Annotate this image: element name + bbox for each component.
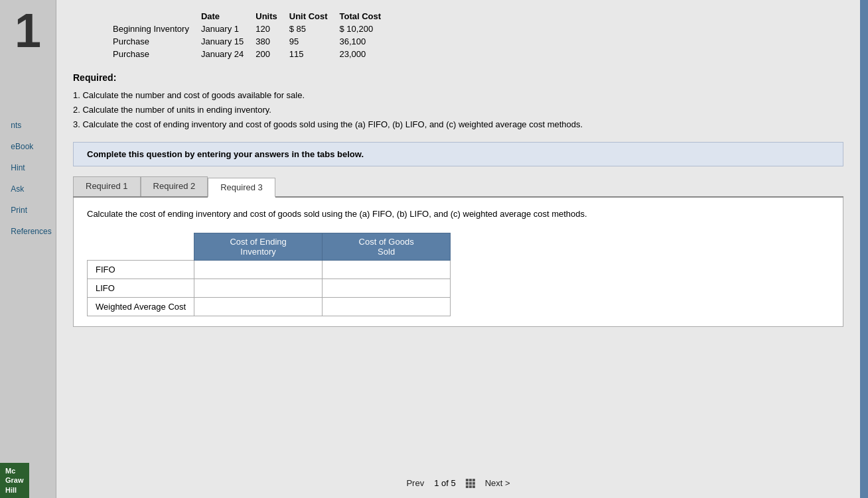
col-label-header <box>113 10 201 23</box>
nav-footer: Prev 1 of 5 Next > <box>406 478 510 488</box>
grid-icon <box>466 479 475 488</box>
row-units: 380 <box>255 35 289 48</box>
inventory-row: Purchase January 15 380 95 36,100 <box>113 35 393 48</box>
complete-box: Complete this question by entering your … <box>73 142 843 166</box>
ending-inventory-input-1[interactable] <box>200 282 317 294</box>
sidebar-item-nts[interactable]: nts <box>11 121 21 130</box>
sidebar-item-ebook[interactable]: eBook <box>11 142 33 151</box>
tabs-container: Required 1 Required 2 Required 3 <box>73 176 843 198</box>
row-total-cost: 36,100 <box>340 35 394 48</box>
instructions: 1. Calculate the number and cost of good… <box>73 88 843 132</box>
answer-col-empty <box>88 233 194 260</box>
answer-table: Cost of EndingInventory Cost of GoodsSol… <box>87 233 451 316</box>
goods-sold-input-1[interactable] <box>328 282 445 294</box>
tab-required-2[interactable]: Required 2 <box>141 176 208 196</box>
row-units: 120 <box>255 23 289 35</box>
row-label: Purchase <box>113 35 201 48</box>
answer-ending-inventory-cell[interactable] <box>194 279 323 297</box>
answer-row-label: LIFO <box>88 279 194 297</box>
row-date: January 1 <box>201 23 255 35</box>
row-units: 200 <box>255 48 289 60</box>
row-date: January 15 <box>201 35 255 48</box>
ending-inventory-input-2[interactable] <box>200 300 317 313</box>
answer-row-label: FIFO <box>88 260 194 279</box>
answer-goods-sold-cell[interactable] <box>323 297 451 316</box>
answer-col-goods-sold: Cost of GoodsSold <box>323 233 451 260</box>
sidebar-item-ask[interactable]: Ask <box>11 184 24 194</box>
col-units-header: Units <box>255 10 289 23</box>
main-content: Date Units Unit Cost Total Cost Beginnin… <box>56 0 860 498</box>
row-total-cost: $ 10,200 <box>340 23 394 35</box>
tab-description: Calculate the cost of ending inventory a… <box>87 208 830 221</box>
tab-required-3[interactable]: Required 3 <box>208 178 275 198</box>
answer-ending-inventory-cell[interactable] <box>194 297 323 316</box>
answer-ending-inventory-cell[interactable] <box>194 260 323 279</box>
inventory-row: Beginning Inventory January 1 120 $ 85 $… <box>113 23 393 35</box>
sidebar-item-references[interactable]: References <box>11 227 51 236</box>
inventory-table: Date Units Unit Cost Total Cost Beginnin… <box>113 10 393 60</box>
inventory-table-container: Date Units Unit Cost Total Cost Beginnin… <box>113 10 843 60</box>
row-date: January 24 <box>201 48 255 60</box>
sidebar-item-print[interactable]: Print <box>11 206 27 215</box>
goods-sold-input-2[interactable] <box>328 300 445 313</box>
ending-inventory-input-0[interactable] <box>200 263 317 276</box>
sidebar-item-hint[interactable]: Hint <box>11 163 25 172</box>
goods-sold-input-0[interactable] <box>328 263 445 276</box>
page-number: 1 <box>15 7 41 54</box>
answer-row: LIFO <box>88 279 451 297</box>
col-date-header: Date <box>201 10 255 23</box>
row-label: Purchase <box>113 48 201 60</box>
sidebar-links: nts eBook Hint Ask Print References <box>4 121 51 236</box>
tab-required-1[interactable]: Required 1 <box>73 176 141 196</box>
row-unit-cost: 115 <box>289 48 340 60</box>
sidebar: 1 nts eBook Hint Ask Print References Mc… <box>0 0 56 498</box>
answer-row: Weighted Average Cost <box>88 297 451 316</box>
answer-goods-sold-cell[interactable] <box>323 279 451 297</box>
row-unit-cost: $ 85 <box>289 23 340 35</box>
row-label: Beginning Inventory <box>113 23 201 35</box>
inventory-row: Purchase January 24 200 115 23,000 <box>113 48 393 60</box>
mcgraw-hill-logo: Mc Graw Hill <box>0 463 29 498</box>
instruction-2: 2. Calculate the number of units in endi… <box>73 103 843 117</box>
answer-row-label: Weighted Average Cost <box>88 297 194 316</box>
instruction-1: 1. Calculate the number and cost of good… <box>73 88 843 103</box>
col-totalcost-header: Total Cost <box>340 10 394 23</box>
answer-goods-sold-cell[interactable] <box>323 260 451 279</box>
answer-row: FIFO <box>88 260 451 279</box>
tab-content-required3: Calculate the cost of ending inventory a… <box>73 198 843 327</box>
row-total-cost: 23,000 <box>340 48 394 60</box>
instruction-3: 3. Calculate the cost of ending inventor… <box>73 117 843 132</box>
row-unit-cost: 95 <box>289 35 340 48</box>
col-unitcost-header: Unit Cost <box>289 10 340 23</box>
required-title: Required: <box>73 72 843 83</box>
next-button[interactable]: Next > <box>485 478 510 488</box>
prev-button[interactable]: Prev <box>406 478 424 488</box>
right-accent <box>860 0 868 498</box>
answer-col-ending-inventory: Cost of EndingInventory <box>194 233 323 260</box>
page-info: 1 of 5 <box>434 478 456 488</box>
